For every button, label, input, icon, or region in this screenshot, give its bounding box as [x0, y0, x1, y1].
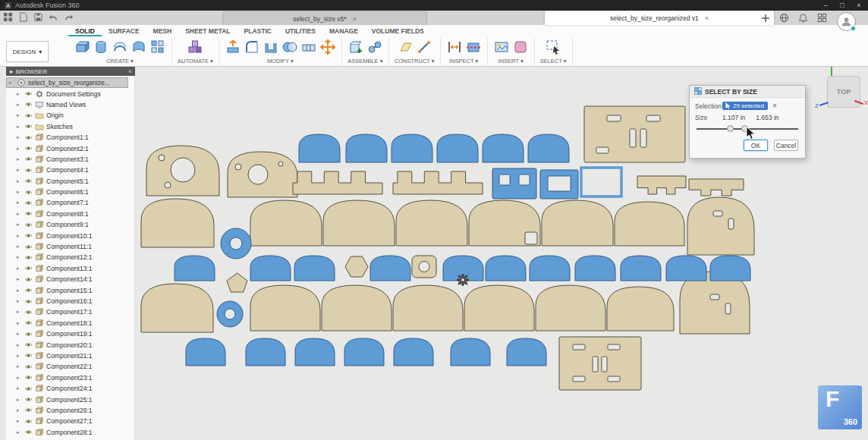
press-pull-icon[interactable]: [225, 39, 241, 55]
tree-item-sketches[interactable]: ▸Sketches: [6, 121, 134, 132]
visibility-eye-icon[interactable]: [24, 407, 33, 413]
part-shape-selected[interactable]: [528, 134, 569, 162]
visibility-eye-icon[interactable]: [24, 244, 33, 250]
tree-item-component[interactable]: ▸Component15:1: [6, 284, 134, 295]
tree-item-component[interactable]: ▸Component8:1: [6, 209, 134, 219]
part-shape-unselected[interactable]: [393, 285, 463, 331]
document-tab-active[interactable]: select_by_size_reorganized v1 ×: [545, 11, 774, 25]
visibility-eye-icon[interactable]: [24, 298, 33, 305]
part-shape-unselected[interactable]: [396, 200, 467, 246]
visibility-eye-icon[interactable]: [24, 134, 33, 141]
visibility-eye-icon[interactable]: [24, 156, 33, 162]
visibility-eye-icon[interactable]: [24, 429, 33, 435]
visibility-eye-icon[interactable]: [24, 363, 33, 370]
pattern-icon[interactable]: [149, 39, 166, 55]
ribbon-tab-mesh[interactable]: MESH: [146, 25, 179, 36]
part-shape-selected[interactable]: [486, 256, 526, 281]
visibility-eye-icon[interactable]: [24, 331, 33, 338]
ribbon-tab-surface[interactable]: SURFACE: [102, 25, 146, 36]
minimize-button[interactable]: –: [821, 2, 830, 9]
visibility-eye-icon[interactable]: [24, 123, 33, 130]
ribbon-tab-plastic[interactable]: PLASTIC: [237, 25, 278, 36]
visibility-eye-icon[interactable]: [24, 210, 33, 217]
expand-arrow-icon[interactable]: ▸: [17, 397, 22, 403]
expand-arrow-icon[interactable]: ▸: [17, 320, 22, 326]
size-max-value[interactable]: 1.653 in: [756, 114, 778, 121]
tree-item-component[interactable]: ▸Component24:1: [6, 383, 134, 394]
visibility-eye-icon[interactable]: [24, 200, 33, 206]
part-shape-unselected[interactable]: [464, 285, 534, 331]
combine-icon[interactable]: [281, 39, 298, 55]
group-label-select[interactable]: SELECT ▾: [540, 58, 567, 64]
expand-arrow-icon[interactable]: ▸: [17, 233, 22, 239]
expand-arrow-icon[interactable]: ▸: [17, 342, 22, 348]
tree-item-component[interactable]: ▸Component19:1: [6, 328, 134, 339]
tree-item-origin[interactable]: ▸Origin: [6, 110, 134, 121]
collapse-panel-icon[interactable]: «: [128, 68, 132, 75]
group-label-inspect[interactable]: INSPECT ▾: [449, 58, 478, 64]
expand-arrow-icon[interactable]: ▸: [17, 363, 22, 369]
tree-item-component[interactable]: ▸Component1:1: [6, 132, 134, 143]
new-tab-plus-icon[interactable]: [761, 12, 770, 26]
tree-item-component[interactable]: ▸Component6:1: [6, 187, 134, 197]
expand-arrow-icon[interactable]: ▸: [17, 124, 22, 130]
part-shape-unselected[interactable]: [637, 176, 686, 194]
part-shape-selected[interactable]: [483, 134, 524, 162]
visibility-eye-icon[interactable]: [24, 385, 33, 392]
group-label-construct[interactable]: CONSTRUCT ▾: [395, 58, 435, 64]
part-shape-selected[interactable]: [250, 256, 291, 281]
expand-arrow-icon[interactable]: ▸: [17, 134, 22, 140]
tree-item-component[interactable]: ▸Component26:1: [6, 405, 134, 416]
visibility-eye-icon[interactable]: [24, 254, 33, 261]
automate-icon[interactable]: [187, 39, 203, 55]
tree-item-component[interactable]: ▸Component4:1: [6, 165, 134, 175]
browser-header[interactable]: ● BROWSER «: [6, 67, 135, 76]
part-shape-selected[interactable]: [581, 168, 621, 196]
undo-icon[interactable]: [49, 12, 58, 22]
ribbon-tab-solid[interactable]: SOLID: [68, 25, 102, 36]
part-shape-unselected[interactable]: [607, 287, 674, 331]
part-shape-unselected[interactable]: [323, 200, 395, 246]
part-shape-unselected[interactable]: [542, 200, 613, 246]
tree-item-component[interactable]: ▸Component11:1: [6, 241, 134, 252]
part-shape-selected[interactable]: [530, 256, 570, 281]
visibility-eye-icon[interactable]: [24, 145, 33, 152]
tree-item-named-views[interactable]: ▸Named Views: [6, 99, 134, 110]
cylinder-icon[interactable]: [93, 39, 109, 55]
coil-icon[interactable]: [112, 39, 128, 55]
ribbon-tab-manage[interactable]: MANAGE: [322, 25, 365, 36]
tree-item-component[interactable]: ▸Component20:1: [6, 339, 134, 350]
expand-arrow-icon[interactable]: ▸: [17, 178, 22, 184]
cancel-button[interactable]: Cancel: [774, 140, 798, 151]
plane-icon[interactable]: [397, 39, 414, 55]
expand-arrow-icon[interactable]: ▸: [9, 80, 14, 86]
visibility-eye-icon[interactable]: [24, 265, 33, 272]
part-shape-unselected[interactable]: [293, 171, 382, 194]
notifications-bell-icon[interactable]: [798, 12, 808, 26]
part-shape-selected[interactable]: [621, 256, 661, 281]
expand-arrow-icon[interactable]: ▸: [17, 288, 22, 294]
visibility-eye-icon[interactable]: [24, 287, 33, 294]
selection-count-badge[interactable]: 29 selected: [722, 102, 768, 110]
tree-item-component[interactable]: ▸Component22:1: [6, 361, 134, 372]
tree-item-document-settings[interactable]: ▸Document Settings: [6, 88, 134, 99]
visibility-eye-icon[interactable]: [24, 232, 33, 239]
expand-arrow-icon[interactable]: ▸: [17, 222, 22, 228]
part-shape-selected[interactable]: [344, 338, 384, 366]
visibility-eye-icon[interactable]: [24, 112, 33, 119]
expand-arrow-icon[interactable]: ▸: [17, 429, 22, 435]
visibility-eye-icon[interactable]: [24, 319, 33, 326]
part-shape-unselected[interactable]: [227, 273, 247, 292]
part-shape-unselected[interactable]: [141, 199, 214, 247]
expand-arrow-icon[interactable]: ▸: [17, 375, 22, 381]
user-avatar[interactable]: [837, 12, 856, 31]
job-status-icon[interactable]: [817, 12, 827, 26]
move-icon[interactable]: [319, 39, 336, 55]
manipulator-gear-icon[interactable]: [457, 274, 469, 286]
expand-arrow-icon[interactable]: ▸: [17, 407, 22, 413]
expand-arrow-icon[interactable]: ▸: [17, 189, 22, 195]
tree-item-component[interactable]: ▸Component9:1: [6, 219, 134, 230]
expand-arrow-icon[interactable]: ▸: [17, 276, 22, 282]
close-tab-icon[interactable]: ×: [353, 15, 357, 23]
loft-icon[interactable]: [131, 39, 147, 55]
